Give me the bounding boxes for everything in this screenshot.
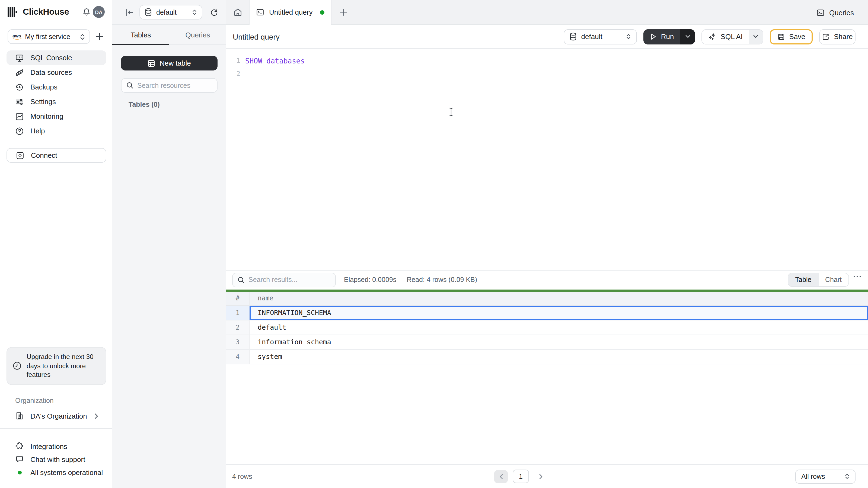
run-button-group: Run (644, 29, 695, 44)
refresh-icon[interactable] (210, 8, 218, 16)
sidebar-divider (0, 428, 112, 429)
elapsed-stat: Elapsed: 0.0009s (344, 276, 396, 284)
query-actions: default Run SQL AI (564, 29, 856, 44)
upgrade-notice[interactable]: Upgrade in the next 30 days to unlock mo… (6, 347, 106, 385)
text-cursor (448, 107, 454, 117)
sidebar-item-monitoring[interactable]: Monitoring (6, 109, 106, 124)
connect-button[interactable]: Connect (6, 148, 106, 163)
results-search-input[interactable] (248, 276, 330, 284)
query-tab-label: Untitled query (269, 8, 315, 16)
sidebar-item-help[interactable]: Help (6, 124, 106, 138)
new-tab-button[interactable] (332, 0, 355, 25)
sidebar-item-label: Backups (30, 83, 58, 91)
sql-ai-button[interactable]: SQL AI (702, 30, 749, 44)
code-line: 1 SHOW databases (226, 54, 868, 67)
table-grid-icon (148, 59, 155, 67)
explorer-tabs: Tables Queries (112, 25, 226, 45)
sidebar-item-settings[interactable]: Settings (6, 94, 106, 109)
help-icon (15, 127, 24, 135)
settings-sliders-icon (15, 97, 24, 106)
organization-name: DA's Organization (30, 412, 87, 420)
sidebar-item-sql-console[interactable]: SQL Console (6, 51, 106, 65)
table-row[interactable]: 3 information_schema (226, 335, 868, 350)
pagination: 1 (494, 469, 547, 483)
results-more-button[interactable] (854, 275, 862, 278)
read-stat: Read: 4 rows (0.09 KB) (407, 276, 477, 284)
sql-ai-button-group: SQL AI (702, 29, 763, 44)
column-header-name[interactable]: name (250, 291, 273, 305)
row-index: 4 (226, 350, 250, 364)
chevron-updown-icon (80, 33, 85, 40)
explorer-database-select[interactable]: default (140, 5, 203, 20)
clickhouse-console: ClickHouse DA aws My first service SQL C… (0, 0, 868, 488)
data-sources-icon (15, 68, 24, 77)
line-number: 1 (226, 57, 240, 65)
results-toolbar: Elapsed: 0.0009s Read: 4 rows (0.09 KB) (226, 270, 868, 289)
row-cell-name[interactable]: system (250, 350, 868, 364)
run-label: Run (661, 33, 674, 41)
prev-page-button[interactable] (494, 470, 508, 483)
search-icon (126, 82, 133, 89)
view-chart-button[interactable]: Chart (818, 273, 848, 286)
tab-tables[interactable]: Tables (112, 25, 169, 44)
new-table-button[interactable]: New table (121, 56, 218, 70)
row-index: 2 (226, 320, 250, 334)
view-table-button[interactable]: Table (788, 273, 818, 286)
sql-console-icon (15, 54, 24, 62)
status-green-dot (15, 470, 24, 474)
table-row[interactable]: 1 INFORMATION_SCHEMA (226, 305, 868, 320)
query-title[interactable]: Untitled query (233, 32, 564, 41)
code-line: 2 (226, 67, 868, 80)
save-button[interactable]: Save (770, 29, 813, 44)
column-header-index[interactable]: # (226, 291, 250, 305)
resource-search-input[interactable] (137, 82, 212, 89)
queries-button[interactable]: Queries (817, 0, 854, 25)
sidebar-item-data-sources[interactable]: Data sources (6, 65, 106, 80)
collapse-panel-icon[interactable] (125, 8, 134, 16)
service-select[interactable]: aws My first service (8, 29, 90, 44)
add-service-button[interactable] (95, 33, 104, 41)
chat-support-label: Chat with support (30, 455, 85, 463)
run-button[interactable]: Run (644, 29, 681, 44)
avatar[interactable]: DA (93, 6, 105, 18)
run-options-button[interactable] (681, 29, 695, 44)
database-icon (570, 33, 577, 41)
integrations-row[interactable]: Integrations (6, 440, 106, 453)
table-row[interactable]: 4 system (226, 350, 868, 364)
sql-editor[interactable]: 1 SHOW databases 2 (226, 49, 868, 270)
home-button[interactable] (226, 0, 249, 25)
row-cell-name[interactable]: default (250, 320, 868, 334)
view-table-label: Table (795, 276, 812, 284)
play-icon (650, 33, 657, 40)
sidebar-item-label: Settings (30, 98, 56, 106)
next-page-button[interactable] (534, 470, 547, 483)
tab-queries[interactable]: Queries (169, 25, 226, 44)
explorer-toolbar: default (112, 0, 226, 25)
sql-ai-options-button[interactable] (749, 30, 763, 44)
chat-support-row[interactable]: Chat with support (6, 453, 106, 466)
status-row[interactable]: All systems operational (6, 466, 106, 479)
status-label: All systems operational (30, 468, 103, 476)
connect-icon (16, 151, 24, 160)
page-number-button[interactable]: 1 (513, 469, 529, 483)
table-row[interactable]: 2 default (226, 320, 868, 335)
query-tab-untitled[interactable]: Untitled query (249, 0, 332, 25)
sidebar-item-label: Monitoring (30, 112, 63, 120)
row-cell-name[interactable]: INFORMATION_SCHEMA (250, 305, 868, 320)
new-table-label: New table (159, 59, 191, 67)
share-button[interactable]: Share (819, 29, 856, 44)
code-text: SHOW databases (240, 57, 305, 65)
page-size-value: All rows (801, 473, 845, 480)
results-view-toggle: Table Chart (788, 273, 849, 287)
sidebar-item-backups[interactable]: Backups (6, 80, 106, 94)
page-size-select[interactable]: All rows (795, 469, 856, 483)
organization-row[interactable]: DA's Organization (6, 410, 106, 422)
notifications-bell-icon[interactable] (82, 8, 91, 17)
line-number: 2 (226, 70, 240, 77)
clickhouse-logo-icon (8, 7, 19, 18)
save-label: Save (789, 33, 805, 41)
backups-icon (15, 83, 24, 91)
row-count: 4 rows (232, 473, 252, 480)
row-cell-name[interactable]: information_schema (250, 335, 868, 349)
query-database-select[interactable]: default (564, 29, 637, 44)
